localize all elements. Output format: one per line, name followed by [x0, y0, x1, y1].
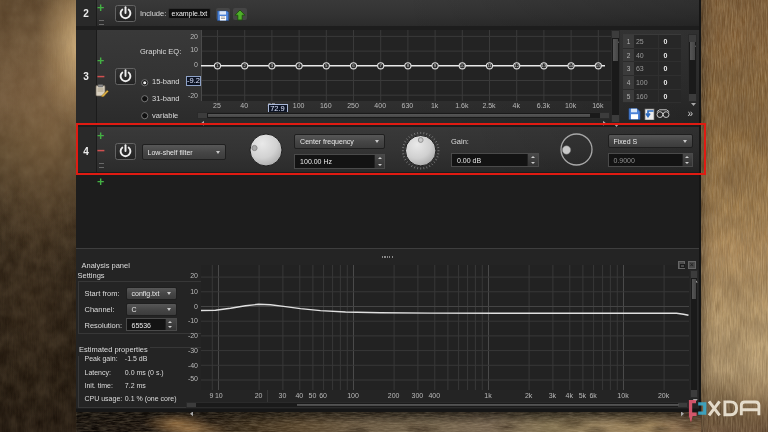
- svg-text:10: 10: [459, 63, 464, 68]
- svg-text:14: 14: [568, 63, 573, 68]
- svg-text:15: 15: [595, 63, 600, 68]
- svg-text:11: 11: [487, 63, 492, 68]
- svg-text:12: 12: [514, 63, 519, 68]
- svg-text:13: 13: [541, 63, 546, 68]
